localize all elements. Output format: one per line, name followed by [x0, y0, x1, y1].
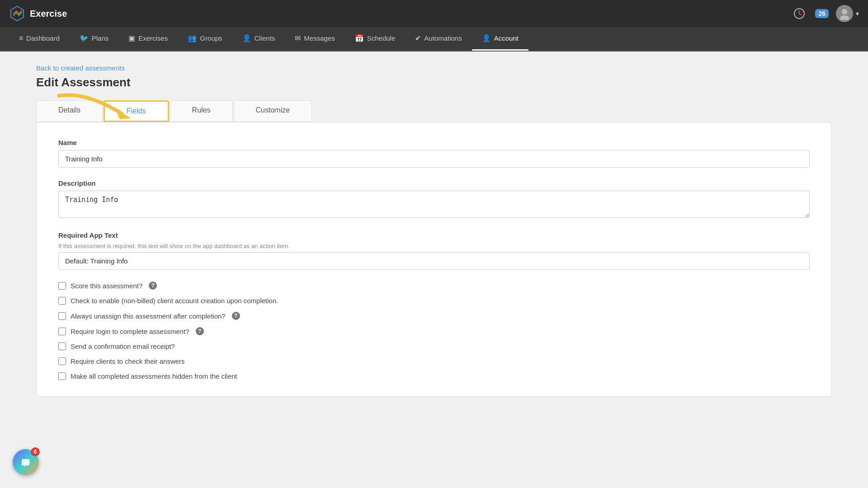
checkbox-score: Score this assessment? ?: [58, 282, 810, 290]
nav-automations-label: Automations: [424, 34, 462, 42]
nav-account[interactable]: 👤 Account: [472, 27, 528, 51]
checkbox-check-answers-label: Require clients to check their answers: [71, 357, 185, 365]
form-card: Name Description Training Info Required …: [36, 122, 832, 397]
help-icon-unassign[interactable]: ?: [232, 312, 240, 320]
nav-groups[interactable]: 👥 Groups: [178, 27, 232, 51]
nav-schedule-label: Schedule: [367, 34, 396, 42]
checkbox-score-label: Score this assessment?: [71, 282, 142, 290]
name-input[interactable]: [58, 150, 810, 168]
description-label: Description: [58, 179, 810, 187]
nav-dashboard[interactable]: ≡ Dashboard: [9, 27, 70, 51]
name-label: Name: [58, 139, 810, 146]
checkbox-unassign-input[interactable]: [58, 312, 66, 320]
clients-icon: 👤: [242, 34, 251, 42]
checkbox-require-login-label: Require login to complete assessment?: [71, 328, 189, 335]
checkbox-score-input[interactable]: [58, 282, 66, 290]
schedule-icon: 📅: [355, 34, 364, 42]
tabs-row: Details Fields Rules Customize: [36, 100, 832, 122]
checkbox-hide-completed: Make all completed assessments hidden fr…: [58, 372, 810, 380]
svg-point-2: [842, 9, 847, 14]
checkbox-unassign: Always unassign this assessment after co…: [58, 312, 810, 320]
dashboard-icon: ≡: [19, 34, 23, 42]
nav-plans[interactable]: 🐦 Plans: [70, 27, 119, 51]
checkbox-require-login-input[interactable]: [58, 328, 66, 335]
description-group: Description Training Info: [58, 179, 810, 220]
top-bar-right: 26 ▾: [791, 5, 859, 22]
nav-groups-label: Groups: [200, 34, 222, 42]
back-link[interactable]: Back to created assessments: [36, 64, 125, 72]
name-group: Name: [58, 139, 810, 168]
checkbox-group: Score this assessment? ? Check to enable…: [58, 282, 810, 380]
svg-point-3: [840, 15, 849, 20]
checkbox-check-answers-input[interactable]: [58, 357, 66, 365]
nav-messages[interactable]: ✉ Messages: [285, 27, 344, 51]
avatar: [836, 5, 853, 22]
svg-marker-5: [22, 459, 30, 467]
checkbox-account-creation: Check to enable (non-billed) client acco…: [58, 297, 810, 305]
timer-button[interactable]: [791, 5, 808, 22]
required-app-text-hint: If this assessment is required, this tex…: [58, 243, 810, 249]
logo-icon: [9, 5, 25, 22]
notification-badge[interactable]: 26: [815, 9, 829, 18]
help-icon-require-login[interactable]: ?: [196, 327, 204, 335]
logo: Exercise: [9, 5, 67, 22]
nav-bar: ≡ Dashboard 🐦 Plans ▣ Exercises 👥 Groups…: [0, 27, 868, 52]
chat-icon: [20, 456, 32, 468]
tab-customize[interactable]: Customize: [234, 100, 312, 122]
nav-clients[interactable]: 👤 Clients: [232, 27, 285, 51]
checkbox-confirmation-email-input[interactable]: [58, 343, 66, 350]
nav-schedule[interactable]: 📅 Schedule: [345, 27, 406, 51]
nav-exercises[interactable]: ▣ Exercises: [118, 27, 178, 51]
top-bar: Exercise 26 ▾: [0, 0, 868, 27]
nav-clients-label: Clients: [255, 34, 275, 42]
chat-widget[interactable]: 6: [13, 449, 39, 475]
checkbox-account-creation-input[interactable]: [58, 297, 66, 305]
tab-rules[interactable]: Rules: [170, 100, 233, 122]
tab-fields[interactable]: Fields: [104, 100, 169, 122]
required-app-text-group: Required App Text If this assessment is …: [58, 231, 810, 270]
exercises-icon: ▣: [128, 34, 135, 42]
nav-automations[interactable]: ✔ Automations: [405, 27, 472, 51]
checkbox-hide-completed-label: Make all completed assessments hidden fr…: [71, 372, 237, 380]
user-menu-button[interactable]: ▾: [836, 5, 859, 22]
checkbox-require-login: Require login to complete assessment? ?: [58, 327, 810, 335]
chevron-down-icon: ▾: [856, 10, 859, 17]
checkbox-hide-completed-input[interactable]: [58, 372, 66, 380]
page-title: Edit Assessment: [36, 75, 832, 89]
tab-details[interactable]: Details: [36, 100, 103, 122]
messages-icon: ✉: [295, 34, 301, 42]
nav-dashboard-label: Dashboard: [26, 34, 59, 42]
required-app-text-input[interactable]: [58, 252, 810, 270]
nav-messages-label: Messages: [304, 34, 335, 42]
chat-widget-badge: 6: [31, 447, 40, 456]
checkbox-confirmation-email-label: Send a confirmation email receipt?: [71, 343, 175, 350]
help-icon-score[interactable]: ?: [149, 282, 157, 290]
account-icon: 👤: [482, 34, 491, 42]
page-content: Back to created assessments Edit Assessm…: [0, 52, 868, 409]
checkbox-check-answers: Require clients to check their answers: [58, 357, 810, 365]
nav-account-label: Account: [494, 34, 519, 42]
nav-exercises-label: Exercises: [138, 34, 168, 42]
description-input[interactable]: Training Info: [58, 191, 810, 218]
plans-icon: 🐦: [80, 34, 89, 42]
checkbox-account-creation-label: Check to enable (non-billed) client acco…: [71, 297, 278, 305]
nav-plans-label: Plans: [92, 34, 109, 42]
checkbox-confirmation-email: Send a confirmation email receipt?: [58, 343, 810, 350]
app-name: Exercise: [30, 9, 67, 19]
groups-icon: 👥: [188, 34, 197, 42]
automations-icon: ✔: [415, 34, 421, 42]
checkbox-unassign-label: Always unassign this assessment after co…: [71, 312, 226, 320]
required-app-text-label: Required App Text: [58, 231, 810, 239]
